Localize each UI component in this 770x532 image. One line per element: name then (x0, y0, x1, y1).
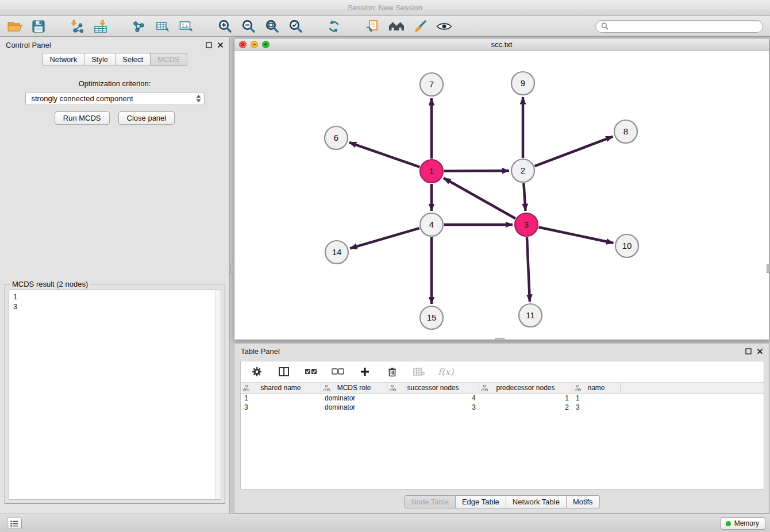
zoom-selected-button[interactable] (287, 18, 303, 34)
svg-text:11: 11 (526, 310, 535, 320)
mcds-buttons: Run MCDS Close panel (0, 111, 229, 125)
delete-column-button[interactable] (384, 364, 400, 380)
cell-mcds-role[interactable]: dominator (321, 394, 387, 403)
node-15[interactable]: 15 (420, 306, 443, 329)
export-image-button[interactable] (178, 18, 194, 34)
column-header-name[interactable]: name (572, 383, 621, 393)
table-row[interactable]: 3dominator323 (241, 403, 764, 412)
right-splitter-grip[interactable] (767, 264, 769, 273)
edge-3-11[interactable] (527, 237, 530, 302)
node-14[interactable]: 14 (325, 241, 348, 264)
copy-view-button[interactable] (364, 18, 380, 34)
mcds-result-area[interactable]: 13 (9, 290, 221, 500)
float-panel-icon[interactable] (206, 42, 212, 48)
select-all-button[interactable] (303, 364, 319, 380)
node-1[interactable]: 1 (420, 160, 443, 183)
network-view-window: scc.txt 7968124314101511 (234, 38, 769, 340)
edge-1-2[interactable] (444, 171, 509, 171)
result-scrollbar[interactable] (215, 290, 221, 499)
tab-style[interactable]: Style (84, 53, 116, 66)
left-splitter-grip[interactable] (230, 264, 233, 273)
save-session-button[interactable] (30, 18, 47, 34)
network-graph-canvas[interactable]: 7968124314101511 (234, 51, 769, 340)
column-header-successor-nodes[interactable]: successor nodes (387, 383, 479, 393)
control-panel-header: Control Panel (0, 37, 229, 53)
zoom-in-button[interactable] (217, 18, 233, 34)
node-7[interactable]: 7 (420, 73, 443, 96)
edge-1-6[interactable] (349, 142, 420, 167)
tab-select[interactable]: Select (116, 53, 151, 66)
node-9[interactable]: 9 (511, 72, 534, 95)
control-panel-title: Control Panel (6, 41, 51, 49)
toolbar-separator (116, 20, 124, 33)
edge-3-1[interactable] (444, 178, 515, 218)
edge-2-8[interactable] (535, 137, 613, 167)
cell-shared-name[interactable]: 1 (241, 394, 321, 403)
tab-motifs[interactable]: Motifs (567, 495, 600, 508)
close-panel-button[interactable]: Close panel (118, 111, 175, 125)
table-settings-button[interactable] (249, 364, 265, 380)
node-2[interactable]: 2 (511, 159, 534, 182)
cell-predecessor-nodes[interactable]: 1 (479, 394, 572, 403)
tab-network-table[interactable]: Network Table (506, 495, 567, 508)
show-columns-button[interactable] (276, 364, 292, 380)
refresh-button[interactable] (326, 18, 342, 34)
table-row[interactable]: 1dominator411 (241, 394, 764, 403)
bottom-splitter-grip[interactable] (495, 338, 505, 341)
run-mcds-button[interactable]: Run MCDS (55, 111, 110, 125)
column-header-predecessor-nodes[interactable]: predecessor nodes (479, 383, 572, 393)
apply-style-button[interactable] (413, 18, 429, 34)
column-header-shared-name[interactable]: shared name (241, 383, 321, 393)
minimize-window-button[interactable] (251, 41, 258, 48)
search-input[interactable] (612, 22, 757, 30)
add-column-button[interactable] (357, 364, 373, 380)
table-rows: 1dominator4113dominator323 (241, 394, 764, 412)
edge-2-3[interactable] (523, 183, 525, 211)
close-panel-icon[interactable] (217, 42, 224, 48)
cell-predecessor-nodes[interactable]: 2 (479, 403, 572, 412)
zoom-window-button[interactable] (262, 41, 270, 48)
tab-network[interactable]: Network (42, 53, 84, 66)
node-8[interactable]: 8 (614, 120, 637, 143)
edge-3-10[interactable] (539, 228, 614, 243)
close-panel-icon[interactable] (757, 348, 763, 354)
tab-node-table[interactable]: Node Table (404, 495, 456, 508)
network-window-titlebar[interactable]: scc.txt (234, 38, 769, 51)
new-network-button[interactable] (131, 18, 147, 34)
memory-button[interactable]: Memory (721, 517, 765, 530)
cell-name[interactable]: 3 (572, 403, 621, 412)
svg-text:10: 10 (622, 241, 632, 250)
node-11[interactable]: 11 (519, 304, 542, 327)
node-4[interactable]: 4 (420, 213, 443, 236)
cell-successor-nodes[interactable]: 4 (387, 394, 479, 403)
open-file-button[interactable] (7, 18, 23, 34)
show-hide-button[interactable] (436, 18, 452, 34)
deselect-all-button[interactable] (330, 364, 346, 380)
node-3[interactable]: 3 (515, 213, 538, 236)
cell-successor-nodes[interactable]: 3 (387, 403, 479, 412)
close-window-button[interactable] (239, 41, 247, 48)
svg-text:3: 3 (524, 219, 529, 229)
cell-mcds-role[interactable]: dominator (321, 403, 387, 412)
task-history-button[interactable] (7, 518, 22, 529)
tab-mcds[interactable]: MCDS (151, 53, 187, 66)
zoom-fit-button[interactable] (264, 18, 280, 34)
import-table-button[interactable] (93, 18, 109, 34)
svg-text:14: 14 (332, 247, 342, 257)
new-table-button[interactable] (155, 18, 171, 34)
delete-table-button[interactable] (411, 364, 427, 380)
zoom-out-button[interactable] (240, 18, 256, 34)
edge-4-14[interactable] (350, 228, 419, 248)
node-6[interactable]: 6 (325, 126, 348, 149)
function-builder-button[interactable]: f(x) (438, 367, 453, 377)
search-field[interactable] (595, 20, 763, 33)
first-neighbors-button[interactable] (388, 18, 405, 34)
column-header-mcds-role[interactable]: MCDS role (321, 383, 387, 393)
node-10[interactable]: 10 (615, 234, 638, 257)
import-network-button[interactable] (69, 18, 85, 34)
criterion-dropdown[interactable]: strongly connected component (25, 92, 205, 105)
tab-edge-table[interactable]: Edge Table (456, 495, 506, 508)
cell-name[interactable]: 1 (572, 394, 621, 403)
cell-shared-name[interactable]: 3 (241, 403, 321, 412)
float-panel-icon[interactable] (745, 348, 752, 354)
